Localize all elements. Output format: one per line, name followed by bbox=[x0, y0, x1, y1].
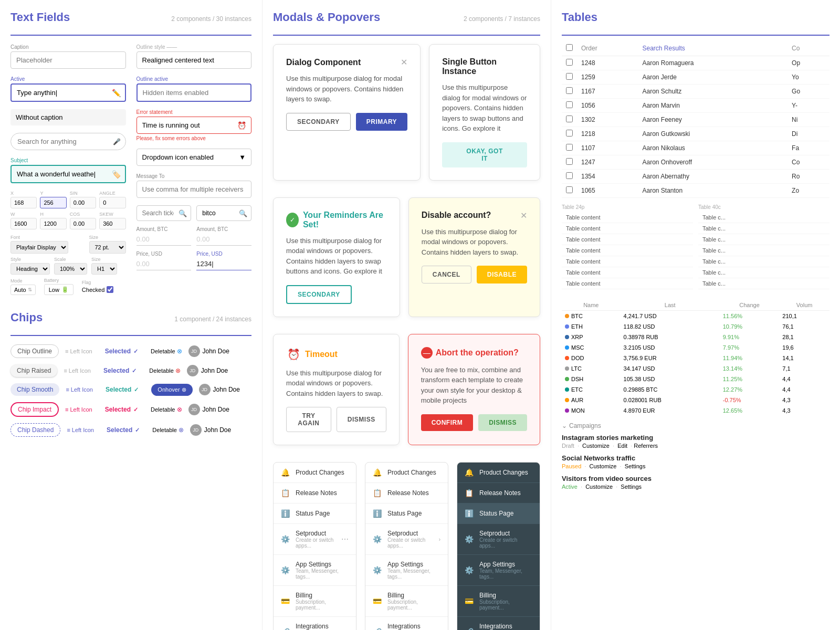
caption-input[interactable] bbox=[10, 51, 126, 69]
search-input[interactable] bbox=[10, 133, 126, 150]
flag-checkbox[interactable] bbox=[107, 286, 113, 293]
campaign-action2[interactable]: Edit bbox=[617, 443, 627, 449]
deletable-2[interactable]: Deletable ⊗ bbox=[149, 367, 180, 374]
single-btn-okay[interactable]: OKAY, GOT IT bbox=[442, 142, 527, 167]
style-select[interactable]: Heading bbox=[10, 263, 50, 275]
y-input[interactable] bbox=[40, 197, 66, 208]
without-caption-input[interactable] bbox=[10, 109, 126, 125]
chip-selected-4[interactable]: Selected ✓ bbox=[99, 403, 144, 416]
menu-item-billing-1[interactable]: 💳 Billing Subscription, payment... bbox=[274, 586, 356, 617]
row-checkbox[interactable] bbox=[566, 158, 573, 165]
campaign-action1[interactable]: Customize bbox=[582, 443, 610, 449]
menu-item-settings-dark[interactable]: ⚙️ App Settings Team, Messenger, tags... bbox=[457, 555, 540, 586]
chip-impact[interactable]: Chip Impact bbox=[10, 402, 59, 417]
disable-cancel-btn[interactable]: CANCEL bbox=[422, 266, 471, 284]
abort-confirm-btn[interactable]: CONFIRM bbox=[421, 414, 474, 431]
menu-item-billing-dark[interactable]: 💳 Billing Subscription, payment... bbox=[457, 586, 540, 617]
dialog-primary-btn[interactable]: PRIMARY bbox=[356, 113, 407, 131]
menu-item-status-1[interactable]: ℹ️ Status Page bbox=[274, 503, 356, 524]
menu-item-release-2[interactable]: 📋 Release Notes bbox=[365, 483, 448, 503]
row-checkbox[interactable] bbox=[566, 186, 573, 193]
avatar-chip-3[interactable]: JD John Doe bbox=[199, 384, 240, 395]
row-checkbox[interactable] bbox=[566, 172, 573, 179]
campaign-action1[interactable]: Customize bbox=[590, 463, 617, 469]
menu-item-billing-2[interactable]: 💳 Billing Subscription, payment... bbox=[365, 586, 448, 617]
row-checkbox[interactable] bbox=[566, 130, 573, 136]
size-select[interactable]: 72 pt. bbox=[89, 241, 126, 254]
menu-item-settings-1[interactable]: ⚙️ App Settings Team, Messenger, tags... bbox=[274, 555, 356, 586]
menu-item-product-1[interactable]: 🔔 Product Changes bbox=[274, 463, 356, 483]
deletable-4[interactable]: Deletable ⊗ bbox=[151, 406, 182, 413]
row-checkbox[interactable] bbox=[566, 73, 573, 80]
abort-dismiss-btn[interactable]: DISMISS bbox=[478, 414, 527, 431]
x-input[interactable] bbox=[10, 197, 37, 208]
chip-selected-2[interactable]: Selected ✓ bbox=[97, 364, 143, 377]
deletable-1[interactable]: Deletable ⊗ bbox=[151, 348, 182, 355]
deletable-5[interactable]: Deletable ⊗ bbox=[152, 426, 183, 434]
menu-item-release-dark[interactable]: 📋 Release Notes bbox=[457, 483, 540, 503]
size-h-select[interactable]: H1 bbox=[91, 263, 117, 275]
dialog-close[interactable]: ✕ bbox=[401, 57, 407, 67]
col-search-results[interactable]: Search Results bbox=[638, 41, 788, 56]
campaign-action2[interactable]: Settings bbox=[621, 484, 642, 490]
chip-outline[interactable]: Chip Outline bbox=[10, 344, 59, 358]
chip-selected-1[interactable]: Selected ✓ bbox=[99, 345, 144, 358]
amount1-input[interactable] bbox=[136, 233, 192, 246]
skew-input[interactable] bbox=[99, 218, 125, 229]
mode-spinner[interactable]: ⇅ bbox=[28, 287, 32, 292]
amount2-input[interactable] bbox=[196, 233, 251, 246]
menu-item-product-2[interactable]: 🔔 Product Changes bbox=[365, 463, 448, 483]
menu-item-status-2[interactable]: ℹ️ Status Page bbox=[365, 503, 448, 524]
onhover-chip[interactable]: Onhover ⊗ bbox=[151, 384, 192, 396]
disable-confirm-btn[interactable]: DISABLE bbox=[477, 266, 527, 284]
w-input[interactable] bbox=[10, 218, 37, 229]
sin-input[interactable] bbox=[70, 197, 96, 208]
avatar-chip-4[interactable]: JD John Doe bbox=[188, 404, 229, 415]
outline-style-input[interactable] bbox=[136, 51, 252, 69]
chip-raised[interactable]: Chip Raised bbox=[10, 364, 57, 377]
avatar-chip-2[interactable]: JD John Doe bbox=[187, 365, 228, 376]
menu-item-integrations-1[interactable]: 🔗 Integrations Facebook, Github, Stripe bbox=[274, 617, 356, 630]
h-input[interactable] bbox=[40, 218, 66, 229]
avatar-chip-5[interactable]: JD John Doe bbox=[190, 424, 231, 436]
scale-select[interactable]: 100% bbox=[54, 263, 87, 275]
menu-item-setproduct-2[interactable]: ⚙️ Setproduct Create or switch apps... › bbox=[365, 524, 448, 555]
row-checkbox[interactable] bbox=[566, 144, 573, 151]
chip-smooth[interactable]: Chip Smooth bbox=[10, 383, 59, 396]
row-checkbox[interactable] bbox=[566, 59, 573, 66]
menu-item-product-dark[interactable]: 🔔 Product Changes bbox=[457, 463, 540, 483]
menu-item-status-dark[interactable]: ℹ️ Status Page bbox=[457, 503, 540, 524]
row-checkbox[interactable] bbox=[566, 116, 573, 122]
cos-input[interactable] bbox=[70, 218, 96, 229]
menu-item-integrations-2[interactable]: 🔗 Integrations Facebook, Github, Stripe bbox=[365, 617, 448, 630]
price2-input[interactable] bbox=[196, 258, 251, 270]
angle-input[interactable] bbox=[99, 197, 125, 208]
disable-close[interactable]: ✕ bbox=[520, 211, 527, 220]
campaign-action3[interactable]: Referrers bbox=[634, 443, 658, 449]
outline-active-input[interactable] bbox=[136, 83, 252, 102]
row-checkbox[interactable] bbox=[566, 87, 573, 94]
chip-selected-3[interactable]: Selected ✓ bbox=[99, 383, 145, 396]
reminders-secondary-btn[interactable]: SECONDARY bbox=[286, 285, 352, 304]
chip-selected-5[interactable]: Selected ✓ bbox=[100, 424, 146, 436]
font-select[interactable]: Playfair Display bbox=[10, 241, 68, 254]
price1-input[interactable] bbox=[136, 258, 192, 270]
menu-item-settings-2[interactable]: ⚙️ App Settings Team, Messenger, tags... bbox=[365, 555, 448, 586]
row-checkbox[interactable] bbox=[566, 101, 573, 108]
menu-item-setproduct-dark[interactable]: ⚙️ Setproduct Create or switch apps... bbox=[457, 524, 540, 555]
active-input[interactable] bbox=[10, 83, 126, 102]
select-all-checkbox[interactable] bbox=[566, 44, 573, 51]
campaign-action1[interactable]: Customize bbox=[585, 484, 613, 490]
campaign-action2[interactable]: Settings bbox=[625, 463, 646, 469]
chip-dashed[interactable]: Chip Dashed bbox=[10, 423, 60, 437]
avatar-chip-1[interactable]: JD John Doe bbox=[188, 345, 229, 357]
menu-item-integrations-dark[interactable]: 🔗 Integrations Facebook, Github, Stripe bbox=[457, 617, 540, 630]
timeout-try-btn[interactable]: TRY AGAIN bbox=[286, 407, 331, 432]
dialog-secondary-btn[interactable]: SECONDARY bbox=[286, 113, 351, 131]
error-input[interactable] bbox=[136, 117, 252, 134]
menu-item-setproduct-1[interactable]: ⚙️ Setproduct Create or switch apps... ⋯ bbox=[274, 524, 356, 555]
dropdown-input[interactable]: Dropdown icon enabled ▼ bbox=[136, 149, 252, 166]
message-to-input[interactable] bbox=[136, 181, 252, 198]
menu-item-release-1[interactable]: 📋 Release Notes bbox=[274, 483, 356, 503]
subject-input[interactable] bbox=[10, 165, 126, 183]
